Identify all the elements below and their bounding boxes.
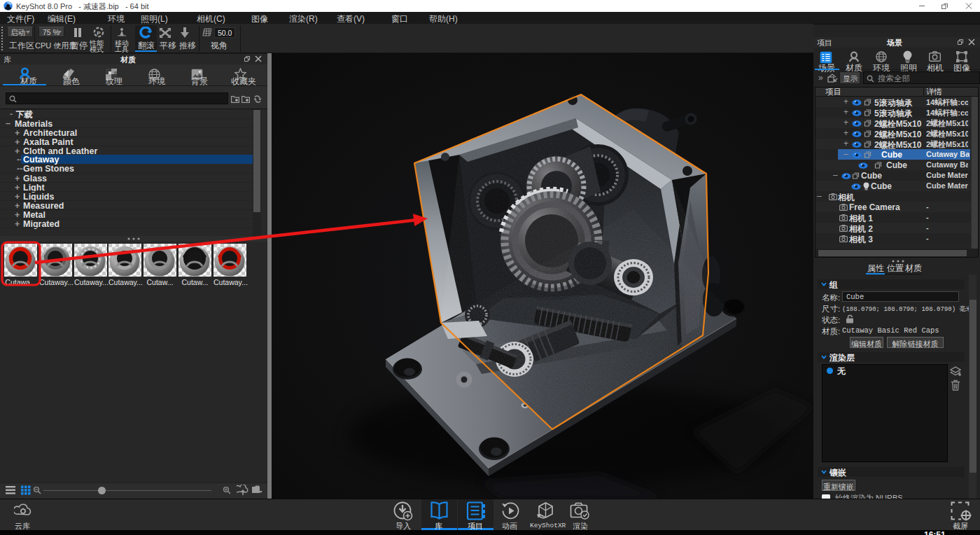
svg-text:P: P	[97, 30, 101, 36]
